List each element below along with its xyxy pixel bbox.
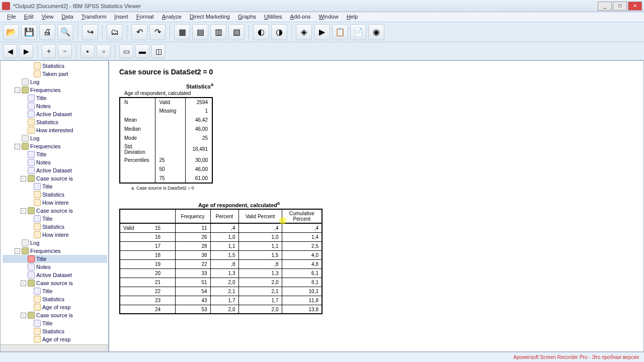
menu-direct-marketing[interactable]: Direct Marketing [186, 12, 234, 22]
tree-item[interactable]: Title [3, 183, 107, 191]
tree-item[interactable]: Statistics [3, 62, 107, 70]
tree-item-label: How intere [42, 200, 69, 206]
nav-back-button[interactable]: ◀ [3, 44, 17, 58]
frequency-table[interactable]: FrequencyPercentValid PercentCumulative … [119, 209, 323, 314]
tree-item[interactable]: Active Dataset [3, 271, 107, 279]
tree-item-label: Statistics [36, 119, 58, 125]
tree-item[interactable]: -Case source is [3, 174, 107, 183]
tree-item[interactable]: How interested [3, 126, 107, 134]
tree-item[interactable]: How intere [3, 199, 107, 207]
output-content-pane[interactable]: Case source is DataSet2 = 0 Statisticsa … [109, 60, 644, 352]
tree-item[interactable]: How intere [3, 231, 107, 239]
expand-toggle-icon[interactable]: - [15, 87, 20, 93]
tree-item[interactable]: Statistics [3, 223, 107, 231]
menu-utilities[interactable]: Utilities [260, 12, 286, 22]
tree-item[interactable]: Log [3, 78, 107, 86]
tree-item[interactable]: Title [3, 319, 107, 327]
tree-item[interactable]: Title [3, 255, 107, 263]
expand-toggle-icon[interactable]: - [21, 208, 26, 214]
tree-item[interactable]: Title [3, 215, 107, 223]
tree-item[interactable]: Statistics [3, 191, 107, 199]
tree-item[interactable]: Statistics [3, 327, 107, 335]
collapse-button[interactable]: ▪ [80, 44, 95, 58]
menu-window[interactable]: Window [315, 12, 343, 22]
tree-item[interactable]: Title [3, 287, 107, 295]
tree-item-label: Title [36, 256, 46, 262]
tree-item[interactable]: Active Dataset [3, 166, 107, 174]
expand-toggle-icon[interactable]: - [15, 248, 20, 254]
select-cases-button[interactable]: ▧ [228, 24, 245, 40]
minimize-button[interactable]: _ [598, 2, 612, 11]
export-button[interactable]: ↪ [82, 24, 98, 40]
tree-item[interactable]: -Case source is [3, 279, 107, 287]
expand-button[interactable]: ▫ [97, 44, 111, 58]
tree-item[interactable]: -Frequencies [3, 247, 107, 255]
copy-button[interactable]: 📋 [332, 24, 348, 40]
tree-item[interactable]: Notes [3, 102, 107, 110]
book-icon [22, 143, 29, 150]
save-button[interactable]: 💾 [21, 24, 37, 40]
expand-toggle-icon[interactable]: - [21, 281, 26, 286]
recall-dialog-button[interactable]: 🗂 [107, 24, 123, 40]
menu-transform[interactable]: Transform [77, 12, 111, 22]
show-button[interactable]: ▭ [119, 44, 133, 58]
demote-button[interactable]: － [58, 44, 72, 58]
paste-button[interactable]: 📄 [350, 24, 366, 40]
book-icon [28, 175, 35, 182]
menu-insert[interactable]: Insert [110, 12, 132, 22]
menu-file[interactable]: File [3, 12, 20, 22]
tree-item[interactable]: Notes [3, 263, 107, 271]
page-icon [34, 215, 41, 222]
tree-item[interactable]: -Case source is [3, 311, 107, 319]
print-button[interactable]: 🖨 [39, 24, 55, 40]
maximize-button[interactable]: □ [613, 2, 627, 11]
tree-item[interactable]: Active Dataset [3, 110, 107, 118]
open-button[interactable]: 📂 [3, 24, 19, 40]
tree-item[interactable]: Title [3, 94, 107, 102]
promote-button[interactable]: ＋ [42, 44, 56, 58]
tree-item[interactable]: -Frequencies [3, 142, 107, 150]
outline-tree[interactable]: StatisticsTaken partLog-FrequenciesTitle… [1, 61, 108, 344]
tree-item[interactable]: -Frequencies [3, 86, 107, 94]
menu-format[interactable]: Format [132, 12, 158, 22]
menu-graphs[interactable]: Graphs [234, 12, 260, 22]
tree-item[interactable]: Age of resp [3, 303, 107, 311]
statistics-table[interactable]: NValid2594Missing1Mean46,42Median46,00Mo… [119, 97, 213, 184]
menu-analyze[interactable]: Analyze [158, 12, 186, 22]
undo-button[interactable]: ↶ [131, 24, 147, 40]
tree-item[interactable]: Title [3, 150, 107, 158]
tree-item[interactable]: -Case source is [3, 207, 107, 215]
tree-item[interactable]: Taken part [3, 70, 107, 78]
expand-toggle-icon[interactable]: - [21, 313, 26, 318]
redo-button[interactable]: ↷ [149, 24, 166, 40]
tree-item[interactable]: Log [3, 134, 107, 142]
expand-toggle-icon[interactable]: - [21, 176, 26, 182]
insert-button[interactable]: ◫ [151, 44, 166, 58]
red-icon [28, 255, 35, 262]
tree-item[interactable]: Notes [3, 158, 107, 166]
nav-forward-button[interactable]: ▶ [19, 44, 33, 58]
hide-button[interactable]: ▬ [135, 44, 149, 58]
help-button[interactable]: ◉ [368, 24, 384, 40]
tree-item[interactable]: Statistics [3, 295, 107, 303]
run-button[interactable]: ▶ [314, 24, 330, 40]
tree-item[interactable]: Age of resp [3, 335, 107, 343]
use-sets-button[interactable]: ◑ [271, 24, 287, 40]
close-button[interactable]: ✕ [628, 2, 642, 11]
menu-help[interactable]: Help [343, 12, 362, 22]
tree-item[interactable]: Statistics [3, 118, 107, 126]
value-labels-button[interactable]: ◐ [253, 24, 269, 40]
designate-window-button[interactable]: ◈ [296, 24, 312, 40]
tree-scrollbar-h[interactable] [1, 344, 108, 351]
print-preview-button[interactable]: 🔍 [57, 24, 73, 40]
menu-add-ons[interactable]: Add-ons [286, 12, 315, 22]
goto-case-button[interactable]: ▤ [192, 24, 208, 40]
expand-toggle-icon[interactable]: - [15, 144, 20, 149]
goto-data-button[interactable]: ▦ [174, 24, 190, 40]
tree-item[interactable]: Log [3, 239, 107, 247]
menu-view[interactable]: View [38, 12, 58, 22]
tree-item-label: Case source is [36, 208, 73, 214]
menu-edit[interactable]: Edit [20, 12, 38, 22]
menu-data[interactable]: Data [57, 12, 77, 22]
variables-button[interactable]: ▥ [210, 24, 226, 40]
